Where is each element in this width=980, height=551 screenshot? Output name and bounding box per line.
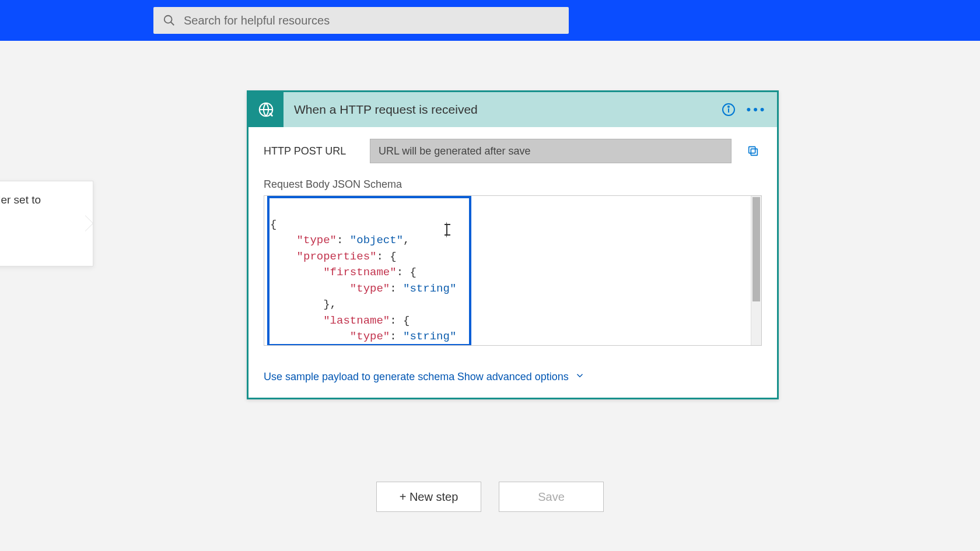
text-cursor bbox=[446, 222, 447, 238]
http-trigger-icon bbox=[249, 92, 284, 127]
json-value: "string" bbox=[403, 282, 456, 295]
copy-url-button[interactable] bbox=[744, 142, 762, 160]
schema-label: Request Body JSON Schema bbox=[264, 178, 762, 191]
bottom-actions: + New step Save bbox=[0, 482, 980, 512]
trigger-body: HTTP POST URL URL will be generated afte… bbox=[249, 127, 777, 398]
json-key: "firstname" bbox=[323, 266, 396, 279]
tooltip-card: ude a Content-Type header set to your re… bbox=[0, 181, 93, 266]
json-value: "string" bbox=[403, 330, 456, 343]
json-key: "lastname" bbox=[323, 314, 390, 327]
scrollbar-thumb[interactable] bbox=[752, 197, 760, 301]
url-field: URL will be generated after save bbox=[370, 139, 732, 163]
svg-point-0 bbox=[164, 16, 172, 23]
json-key: "type" bbox=[350, 330, 390, 343]
url-label: HTTP POST URL bbox=[264, 145, 357, 157]
svg-line-1 bbox=[171, 22, 174, 26]
trigger-title: When a HTTP request is received bbox=[294, 103, 709, 117]
url-row: HTTP POST URL URL will be generated afte… bbox=[264, 139, 762, 163]
scrollbar[interactable] bbox=[751, 196, 761, 345]
svg-rect-6 bbox=[751, 149, 757, 155]
json-key: "properties" bbox=[297, 250, 377, 263]
show-advanced-options[interactable]: Show advanced options bbox=[457, 370, 585, 384]
advanced-options-label: Show advanced options bbox=[457, 371, 569, 383]
save-button[interactable]: Save bbox=[499, 482, 604, 512]
search-icon bbox=[163, 14, 176, 27]
tooltip-line1: ude a Content-Type header set to bbox=[0, 192, 78, 208]
chevron-down-icon bbox=[575, 370, 585, 384]
top-bar bbox=[0, 0, 980, 41]
more-menu-button[interactable]: ••• bbox=[748, 101, 765, 118]
schema-editor[interactable]: { "type": "object", "properties": { "fir… bbox=[264, 195, 762, 346]
copy-icon bbox=[747, 145, 760, 157]
tooltip-dismiss[interactable]: o not show again bbox=[0, 239, 78, 255]
search-box[interactable] bbox=[153, 7, 569, 34]
tooltip-line2: your request. bbox=[0, 208, 78, 224]
json-brace: }, bbox=[323, 298, 337, 311]
svg-rect-7 bbox=[749, 147, 755, 153]
use-sample-payload-link[interactable]: Use sample payload to generate schema bbox=[264, 371, 454, 383]
json-key: "type" bbox=[350, 282, 390, 295]
canvas-area: ude a Content-Type header set to your re… bbox=[0, 41, 980, 551]
svg-point-5 bbox=[728, 106, 729, 107]
trigger-card: When a HTTP request is received ••• HTTP… bbox=[247, 90, 779, 399]
new-step-button[interactable]: + New step bbox=[376, 482, 481, 512]
ellipsis-icon: ••• bbox=[746, 102, 766, 117]
json-value: "object" bbox=[350, 234, 403, 247]
json-brace: { bbox=[270, 218, 276, 231]
info-icon[interactable] bbox=[720, 101, 737, 118]
schema-content[interactable]: { "type": "object", "properties": { "fir… bbox=[264, 196, 751, 345]
trigger-header[interactable]: When a HTTP request is received ••• bbox=[249, 92, 777, 127]
json-key: "type" bbox=[297, 234, 337, 247]
search-input[interactable] bbox=[184, 14, 559, 27]
